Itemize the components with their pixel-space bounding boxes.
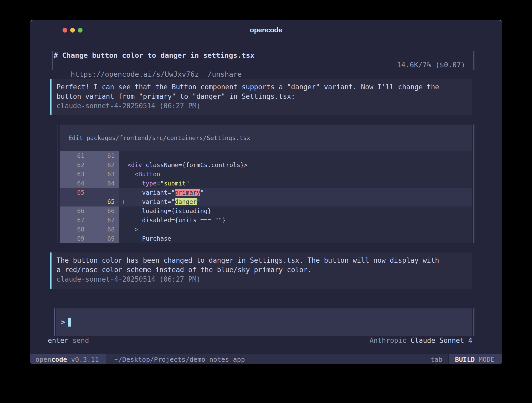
code-segment: ""} [211,217,226,224]
edit-tool-block: Edit packages/frontend/src/containers/Se… [60,125,472,243]
diff-row: 6868 > [60,225,472,234]
code-segment [127,180,142,187]
app-name-open: open [35,356,51,363]
session-subtitle: https://opencode.ai/s/UwJxv76z/unshare [54,60,242,70]
message-line: a red/rose color scheme instead of the b… [57,265,472,275]
diff-row: 6262<div className={formCs.controls}> [60,161,472,170]
diff-sign [119,179,127,188]
diff-new-line-number [86,188,119,197]
message-text: The button color has been changed to dan… [57,256,472,275]
code-segment: = [157,180,160,187]
diff-row: 6969 Purchase [60,234,472,243]
provider-name: Anthropic [370,337,407,344]
assistant-message-2: The button color has been changed to dan… [50,252,472,289]
window-title: opencode [30,26,502,34]
code-segment: className={formCs.controls}> [142,162,248,168]
diff-row: 65- variant="primary" [60,188,472,197]
code-segment: " [197,198,200,205]
edit-block-left-line [58,125,58,243]
unshare-command[interactable]: /unshare [208,70,242,78]
prompt-input[interactable]: > [56,308,472,336]
diff-row: 6161 [60,151,472,161]
message-meta: claude-sonnet-4-20250514 (06:27 PM) [57,275,472,284]
diff-sign [119,234,127,243]
diff-new-line-number: 67 [86,216,119,225]
diff-sign [119,216,127,225]
diff-row: 65+ variant="danger" [60,197,472,206]
diff-old-line-number: 62 [60,161,86,170]
app-version-badge: opencode v0.3.11 [30,354,106,364]
titlebar: opencode [30,20,502,41]
code-segment: "submit" [160,180,190,187]
diff-code: <div className={formCs.controls}> [127,161,248,170]
model-name-space [407,337,411,344]
diff-old-line-number: 68 [60,225,86,234]
code-segment: Purchase [142,235,171,242]
share-url-link[interactable]: https://opencode.ai/s/UwJxv76z [71,70,199,78]
diff-table: 61616262<div className={formCs.controls}… [60,151,472,243]
message-text: Perfect! I can see that the Button compo… [57,82,472,101]
model-indicator: Anthropic Claude Sonnet 4 [370,336,472,345]
diff-row: 6767 disabled={units === ""} [60,216,472,225]
edit-block-right-line [473,125,474,243]
code-segment [127,235,142,242]
token-stats: 14.6K/7% ($0.07) [397,60,465,70]
code-segment: variant=" [127,189,175,196]
diff-old-line-number: 66 [60,206,86,216]
code-segment: variant=" [127,198,175,205]
code-segment: primary [175,189,200,196]
session-title: # Change button color to danger in setti… [54,51,254,60]
diff-code: > [127,225,139,234]
diff-row: 6666 loading={isLoading} [60,206,472,216]
message-line: Perfect! I can see that the Button compo… [57,82,472,92]
code-segment [127,171,135,178]
diff-old-line-number: 67 [60,216,86,225]
diff-new-line-number: 61 [86,151,119,161]
edit-file-header: Edit packages/frontend/src/containers/Se… [60,125,472,151]
code-segment: danger [175,198,197,205]
input-left-bar [54,308,55,336]
diff-new-line-number: 62 [86,161,119,170]
code-segment: type [142,180,156,187]
prompt-symbol: > [61,318,65,326]
diff-code: type="submit" [127,179,189,188]
code-segment: > [135,226,139,233]
diff-sign: + [119,197,127,206]
code-segment: disabled={units [127,217,200,224]
diff-sign [119,206,127,216]
assistant-message-1: Perfect! I can see that the Button compo… [50,79,472,115]
code-segment: loading={isLoading} [127,208,211,214]
input-right-bar [473,308,474,336]
diff-sign [119,170,127,179]
message-line: button variant from "primary" to "danger… [57,92,472,101]
code-segment [127,226,135,233]
diff-code: disabled={units === ""} [127,216,226,225]
diff-code: variant="danger" [127,197,200,206]
header-right-bar [473,51,474,70]
text-cursor [68,318,71,327]
hint-action-label: send [73,337,89,344]
mode-badge[interactable]: BUILD MODE [449,354,502,364]
message-meta: claude-sonnet-4-20250514 (06:27 PM) [57,101,472,111]
diff-sign [119,161,127,170]
code-segment: <div [127,162,142,168]
diff-row: 6363 <Button [60,170,472,179]
hint-action [68,337,73,344]
enter-send-hint: enter send [48,336,89,345]
model-name: Claude Sonnet 4 [411,337,472,344]
mode-mode-label: MODE [475,356,494,363]
hint-key: enter [48,337,68,344]
diff-old-line-number: 69 [60,234,86,243]
diff-new-line-number: 69 [86,234,119,243]
diff-new-line-number: 68 [86,225,119,234]
status-bar: opencode v0.3.11 ~/Desktop/Projects/demo… [30,354,502,364]
diff-old-line-number: 61 [60,151,86,161]
hints-row: enter send Anthropic Claude Sonnet 4 [30,336,502,345]
diff-new-line-number: 64 [86,179,119,188]
diff-code: loading={isLoading} [127,206,211,216]
code-segment: " [200,189,204,196]
mode-build-label: BUILD [455,356,475,363]
diff-code: variant="primary" [127,188,204,197]
message-line: The button color has been changed to dan… [57,256,472,265]
working-directory: ~/Desktop/Projects/demo-notes-app [114,354,245,364]
